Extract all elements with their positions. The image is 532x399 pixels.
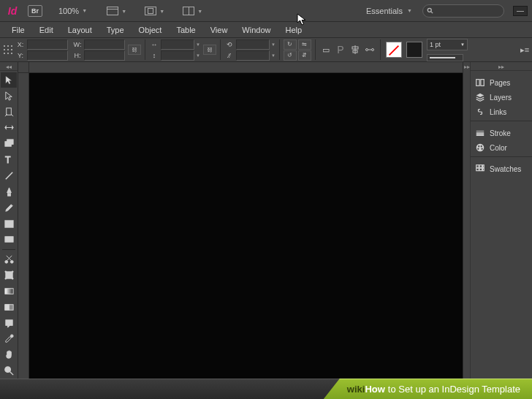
- panel-dock: ▸▸ ▸▸ Pages Layers Links: [463, 62, 532, 399]
- screen-mode-button[interactable]: ▼: [103, 4, 122, 18]
- content-collector-tool[interactable]: [1, 136, 17, 151]
- bridge-button[interactable]: Br: [28, 5, 42, 17]
- svg-point-0: [428, 8, 431, 12]
- shear-input[interactable]: [236, 50, 270, 61]
- zoom-tool[interactable]: [1, 363, 17, 379]
- svg-point-6: [7, 49, 9, 50]
- menu-edit[interactable]: Edit: [32, 23, 61, 37]
- control-panel-menu[interactable]: ▸≡: [520, 39, 530, 60]
- stroke-style-dropdown[interactable]: [427, 54, 463, 61]
- flip-horizontal-button[interactable]: ⇋: [298, 39, 311, 50]
- panel-dock-rail[interactable]: ▸▸: [463, 62, 471, 399]
- svg-line-1: [431, 11, 433, 13]
- panel-group-1: Pages Layers Links: [471, 74, 532, 121]
- svg-point-41: [10, 335, 13, 338]
- svg-rect-46: [476, 80, 479, 86]
- selection-tool[interactable]: [1, 72, 17, 88]
- horizontal-ruler[interactable]: [29, 62, 463, 73]
- type-tool[interactable]: T: [1, 152, 17, 167]
- menu-type[interactable]: Type: [99, 23, 132, 37]
- links-panel-tab[interactable]: Links: [471, 104, 532, 119]
- layers-panel-tab[interactable]: Layers: [471, 90, 532, 104]
- arrange-documents-button[interactable]: ▼: [179, 4, 198, 18]
- stroke-weight-input[interactable]: 1 pt▼: [427, 39, 468, 50]
- svg-point-33: [4, 271, 6, 273]
- stroke-panel-tab[interactable]: Stroke: [471, 126, 532, 140]
- svg-point-4: [11, 45, 12, 47]
- free-transform-tool[interactable]: [1, 267, 17, 283]
- distribute-button[interactable]: [363, 39, 376, 60]
- hand-tool[interactable]: [1, 347, 17, 362]
- menu-view[interactable]: View: [203, 23, 235, 37]
- pencil-tool[interactable]: [1, 200, 17, 216]
- direct-selection-tool[interactable]: [1, 88, 17, 104]
- scale-y-input[interactable]: [161, 50, 194, 61]
- svg-line-22: [5, 172, 12, 179]
- pen-tool[interactable]: [1, 184, 17, 200]
- view-options-button[interactable]: ▼: [141, 4, 160, 18]
- document-canvas[interactable]: [29, 62, 463, 399]
- panel-group-3: Swatches: [471, 160, 532, 178]
- scale-y-icon: ↕: [149, 52, 159, 59]
- x-position-input[interactable]: [27, 39, 68, 50]
- ruler-origin[interactable]: [18, 62, 29, 73]
- help-search-input[interactable]: [422, 4, 504, 18]
- reference-point-proxy[interactable]: [2, 39, 14, 60]
- gradient-swatch-tool[interactable]: [1, 284, 17, 299]
- menu-help[interactable]: Help: [278, 23, 309, 37]
- menu-window[interactable]: Window: [235, 23, 278, 37]
- gap-tool[interactable]: [1, 121, 17, 136]
- note-tool[interactable]: [1, 316, 17, 331]
- links-label: Links: [490, 108, 506, 116]
- flip-vertical-button[interactable]: ⇵: [298, 50, 311, 61]
- width-input[interactable]: [84, 39, 125, 50]
- shear-icon: ⫽: [224, 52, 235, 59]
- chevron-down-icon: ▼: [121, 9, 126, 14]
- eyedropper-tool[interactable]: [1, 332, 17, 347]
- menu-layout[interactable]: Layout: [61, 23, 99, 37]
- screen-mode-icon: [107, 7, 118, 15]
- links-icon: [475, 107, 485, 117]
- x-label: X:: [15, 41, 26, 48]
- constrain-proportions-button[interactable]: ⛓: [128, 45, 141, 55]
- menu-table[interactable]: Table: [169, 23, 202, 37]
- gradient-feather-tool[interactable]: [1, 300, 17, 315]
- layers-label: Layers: [490, 94, 512, 102]
- rotate-90-cw-button[interactable]: ↻: [284, 39, 297, 50]
- rotate-90-ccw-button[interactable]: ↺: [284, 50, 297, 61]
- stroke-swatch-black[interactable]: [406, 42, 422, 58]
- tools-collapse-button[interactable]: ◂◂: [0, 64, 18, 71]
- w-label: W:: [72, 41, 83, 48]
- zoom-level-dropdown[interactable]: 100% ▼: [56, 5, 90, 17]
- swatches-panel-tab[interactable]: Swatches: [471, 162, 532, 176]
- zoom-value: 100%: [58, 7, 79, 15]
- panel-dock-collapse[interactable]: ▸▸: [471, 64, 532, 71]
- menu-object[interactable]: Object: [132, 23, 170, 37]
- minimize-window-button[interactable]: —: [513, 6, 528, 16]
- scissors-tool[interactable]: [1, 251, 17, 267]
- select-container-button[interactable]: ▭: [319, 39, 332, 60]
- align-button[interactable]: [349, 39, 362, 60]
- line-tool[interactable]: [1, 168, 17, 183]
- svg-rect-32: [5, 272, 12, 278]
- rectangle-tool[interactable]: [1, 232, 17, 247]
- rotation-input[interactable]: [236, 39, 270, 50]
- rectangle-frame-tool[interactable]: [1, 216, 17, 232]
- y-position-input[interactable]: [27, 50, 68, 61]
- svg-point-52: [478, 145, 479, 147]
- scale-x-input[interactable]: [161, 39, 194, 50]
- page-tool[interactable]: [1, 104, 17, 120]
- indesign-logo: Id: [4, 3, 20, 19]
- vertical-ruler[interactable]: [18, 62, 29, 399]
- svg-point-28: [4, 261, 7, 264]
- svg-rect-17: [6, 107, 11, 114]
- height-input[interactable]: [84, 50, 125, 61]
- constrain-scale-button[interactable]: ⛓: [203, 45, 216, 55]
- fill-swatch-none[interactable]: [386, 42, 402, 58]
- pages-panel-tab[interactable]: Pages: [471, 75, 532, 90]
- svg-text:T: T: [4, 155, 10, 165]
- workspace: ◂◂ T ▸▸ ▸▸ Pages: [0, 62, 532, 399]
- menu-file[interactable]: File: [4, 23, 32, 37]
- workspace-switcher[interactable]: Essentials ▼: [366, 7, 412, 15]
- color-panel-tab[interactable]: Color: [471, 140, 532, 155]
